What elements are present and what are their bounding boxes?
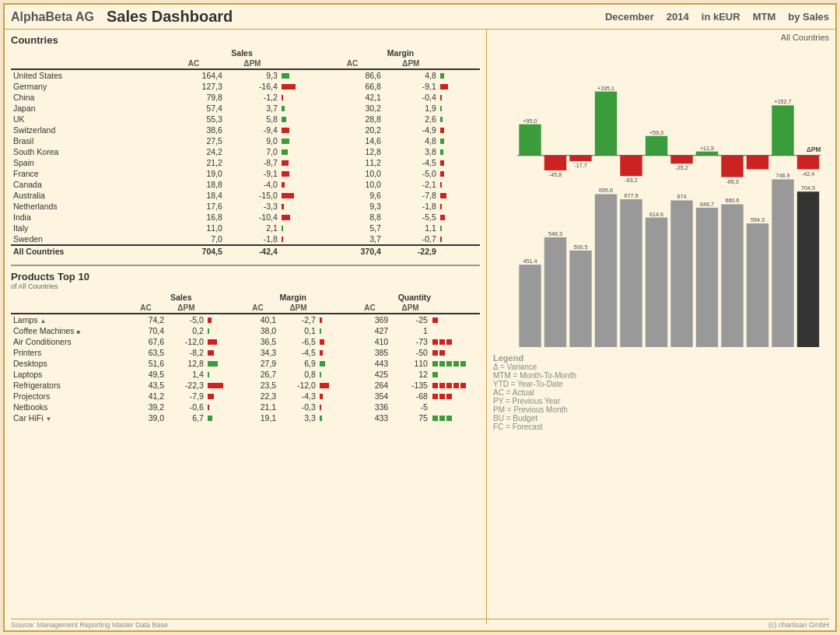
svg-text:-17,7: -17,7 (574, 163, 586, 169)
legend-item: MTM = Month-To-Month (493, 371, 829, 380)
product-sales-dpm: -0,6 (166, 402, 206, 412)
table-row: Australia 18,4 -15,0 9,6 -7,8 (11, 190, 480, 201)
margin-bar (439, 146, 480, 157)
margin-dpm: -0,4 (383, 92, 439, 103)
svg-text:+59,3: +59,3 (649, 130, 663, 136)
sales-ac: 55,3 (163, 114, 225, 125)
product-name: Netbooks (11, 402, 125, 412)
products-margin-header: Margin (237, 292, 349, 303)
product-margin-ac: 38,0 (237, 325, 278, 336)
product-sales-dpm: 12,8 (166, 358, 206, 369)
sales-dpm: -9,4 (225, 125, 280, 135)
margin-ac: 5,7 (321, 223, 383, 233)
product-qty-indicators (430, 380, 480, 391)
products-sub-headers: AC ΔPM AC ΔPM AC ΔPM (11, 303, 480, 314)
sales-bar (280, 103, 321, 114)
product-margin-dpm: -4,5 (278, 347, 318, 358)
product-margin-bar (318, 369, 349, 380)
margin-dpm-header: ΔPM (383, 58, 439, 69)
total-sales-ac: 704,5 (163, 245, 225, 257)
svg-text:-63,2: -63,2 (625, 177, 637, 184)
product-qty-dpm: 110 (390, 358, 430, 369)
product-margin-bar (318, 402, 349, 412)
product-sales-ac: 39,0 (125, 412, 166, 423)
dpm-bar (797, 156, 819, 170)
country-name: Germany (11, 81, 163, 92)
legend-item: AC = Actual (493, 388, 829, 397)
countries-sales-header: Sales (163, 47, 321, 58)
chart-bar (569, 251, 591, 347)
product-name: Projectors (11, 391, 125, 402)
svg-text:546.3: 546.3 (548, 231, 562, 237)
countries-col-headers: Sales Margin (11, 47, 480, 58)
section-divider (11, 265, 480, 266)
product-margin-ac: 23,5 (237, 380, 278, 391)
countries-margin-header: Margin (321, 47, 480, 58)
product-margin-dpm: -6,5 (278, 336, 318, 347)
margin-dpm: -1,8 (383, 201, 439, 212)
header-meta: December 2014 in kEUR MTM by Sales (605, 11, 829, 23)
sales-bar (280, 81, 321, 92)
list-item: Netbooks 39,2 -0,6 21,1 -0,3 336 -5 (11, 402, 480, 412)
sales-bar (280, 201, 321, 212)
sales-ac-header: AC (163, 58, 225, 69)
sales-ac: 79,8 (163, 92, 225, 103)
table-row: Brasil 27,5 9,0 14,6 4,8 (11, 135, 480, 146)
table-row: Switzerland 38,6 -9,4 20,2 -4,9 (11, 125, 480, 135)
margin-ac: 9,6 (321, 190, 383, 201)
margin-ac: 30,2 (321, 103, 383, 114)
product-margin-bar (318, 325, 349, 336)
sales-dpm: -4,0 (225, 179, 280, 190)
product-sales-bar (206, 369, 237, 380)
margin-ac: 10,0 (321, 179, 383, 190)
list-item: Air Conditioners 67,6 -12,0 36,5 -6,5 41… (11, 336, 480, 347)
table-row: Italy 11,0 2,1 5,7 1,1 (11, 223, 480, 233)
product-sales-ac: 51,6 (125, 358, 166, 369)
total-sales-dpm: -42,4 (225, 245, 280, 257)
margin-ac: 3,7 (321, 233, 383, 245)
sales-bar (280, 146, 321, 157)
margin-dpm: -4,5 (383, 157, 439, 168)
sales-ac: 19,0 (163, 168, 225, 179)
dpm-bar (595, 92, 617, 156)
product-qty-indicators (430, 314, 480, 325)
sales-ac: 11,0 (163, 223, 225, 233)
products-title: Products Top 10 (11, 271, 480, 282)
countries-table: Sales Margin AC ΔPM AC ΔPM (11, 47, 480, 257)
dpm-bar (696, 152, 718, 156)
sales-bar (280, 69, 321, 81)
chart-bar (519, 265, 541, 347)
product-sales-dpm: -22,3 (166, 380, 206, 391)
product-name: Coffee Machines ■ (11, 325, 125, 336)
sales-dpm-header: ΔPM (225, 58, 280, 69)
list-item: Desktops 51,6 12,8 27,9 6,9 443 110 (11, 358, 480, 369)
sales-ac: 18,4 (163, 190, 225, 201)
all-countries-label: All Countries (490, 33, 832, 42)
sales-bar (280, 223, 321, 233)
dpm-bar (569, 156, 591, 161)
product-qty-dpm: -68 (390, 391, 430, 402)
product-margin-ac: 26,7 (237, 369, 278, 380)
products-section: Products Top 10 of All Countries Sales M… (11, 271, 480, 423)
margin-bar (439, 92, 480, 103)
margin-dpm: -9,1 (383, 81, 439, 92)
svg-text:594.3: 594.3 (751, 217, 765, 223)
margin-bar (439, 212, 480, 223)
product-sales-bar (206, 391, 237, 402)
product-qty-ac: 425 (349, 369, 390, 380)
country-name: Brasil (11, 135, 163, 146)
sales-ac: 127,3 (163, 81, 225, 92)
brand-name: AlphaBeta AG (11, 10, 94, 24)
dpm-bar (620, 156, 642, 177)
svg-text:-42,4: -42,4 (802, 171, 814, 177)
legend-item: PM = Previous Month (493, 405, 829, 414)
product-sales-bar (206, 380, 237, 391)
product-sales-bar (206, 402, 237, 412)
product-sales-dpm: -8,2 (166, 347, 206, 358)
table-row: United States 164,4 9,3 86,6 4,8 (11, 69, 480, 81)
table-row: China 79,8 -1,2 42,1 -0,4 (11, 92, 480, 103)
svg-text:660.6: 660.6 (726, 198, 740, 204)
sales-bar (280, 190, 321, 201)
margin-dpm: -5,0 (383, 168, 439, 179)
dpm-bar (646, 136, 667, 156)
